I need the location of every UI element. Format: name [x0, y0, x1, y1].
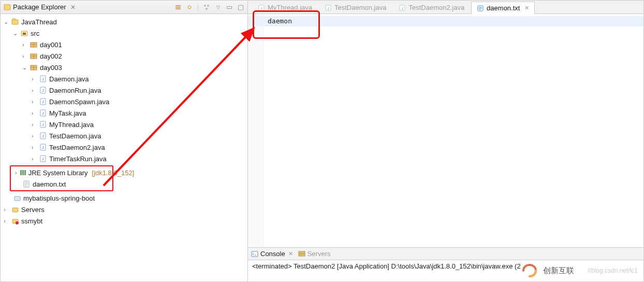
tree-project-mybatis[interactable]: mybatisplus-spring-boot [1, 192, 247, 204]
project-tree[interactable]: ⌄ JavaThread ⌄ src [1, 14, 247, 281]
tree-file-daemon-txt[interactable]: daemon.txt [11, 178, 112, 190]
tree-label: day002 [40, 52, 62, 60]
tree-file-daemonspawn[interactable]: ›JDaemonSpawn.java [1, 96, 247, 107]
text-file-icon [477, 5, 484, 12]
tree-file-daemon[interactable]: ›JDaemon.java [1, 73, 247, 84]
close-icon[interactable]: ✕ [288, 250, 293, 257]
editor-tabs: J MyThread.java J TestDaemon.java J Test… [248, 1, 643, 14]
filter-icon[interactable] [203, 4, 210, 11]
svg-rect-0 [4, 5, 10, 10]
svg-text:J: J [42, 123, 44, 126]
chevron-right-icon[interactable]: › [4, 218, 9, 224]
tree-label: DaemonSpawn.java [49, 98, 109, 106]
editor-area[interactable]: 1 daemon [248, 14, 643, 247]
tree-label: TestDaemon2.java [49, 144, 105, 151]
tab-label: Servers [308, 250, 331, 258]
svg-text:J: J [327, 7, 329, 10]
svg-text:J: J [42, 77, 44, 81]
tree-label: MyThread.java [49, 121, 94, 129]
tree-label: ssmybt [21, 217, 42, 225]
chevron-right-icon[interactable]: › [15, 170, 17, 176]
close-icon[interactable]: ✕ [70, 4, 76, 11]
tree-project[interactable]: ⌄ JavaThread [1, 16, 247, 27]
minimize-icon[interactable]: ▭ [226, 4, 233, 11]
chevron-right-icon[interactable]: › [22, 41, 27, 48]
java-file-icon: J [39, 132, 47, 140]
svg-point-1 [204, 5, 206, 7]
tree-src[interactable]: ⌄ src [1, 27, 247, 39]
svg-rect-43 [299, 254, 305, 256]
tab-testdaemon2[interactable]: J TestDaemon2.java [393, 1, 470, 13]
java-file-icon: J [39, 154, 47, 163]
tree-label: MyTask.java [49, 109, 86, 117]
java-file-icon: J [39, 109, 47, 117]
svg-point-2 [207, 5, 209, 7]
tree-file-testdaemon[interactable]: ›JTestDaemon.java [1, 130, 247, 142]
chevron-right-icon[interactable]: › [32, 98, 37, 105]
tab-servers[interactable]: Servers [298, 250, 331, 258]
java-file-icon: J [325, 4, 332, 11]
svg-point-3 [206, 8, 208, 10]
tree-file-testdaemon2[interactable]: ›JTestDaemon2.java [1, 142, 247, 153]
editor-line: daemon [268, 17, 639, 27]
chevron-down-icon[interactable]: ⌄ [13, 30, 18, 37]
tree-label: src [31, 30, 39, 37]
chevron-right-icon[interactable]: › [22, 53, 27, 59]
tree-servers[interactable]: › Servers [1, 204, 247, 215]
close-icon[interactable]: ✕ [524, 5, 529, 11]
chevron-right-icon[interactable]: › [32, 76, 37, 82]
svg-rect-4 [12, 20, 18, 24]
tree-label: TimerTaskRun.java [49, 155, 107, 163]
chevron-right-icon[interactable]: › [32, 156, 37, 162]
chevron-right-icon[interactable]: › [32, 110, 37, 116]
editor-panel: J MyThread.java J TestDaemon.java J Test… [248, 1, 643, 281]
svg-rect-27 [22, 170, 24, 175]
java-file-icon: J [258, 4, 265, 11]
chevron-right-icon[interactable]: › [32, 121, 37, 128]
tab-console[interactable]: Console ✕ [251, 250, 293, 258]
tree-label: JavaThread [21, 18, 57, 26]
closed-project-icon [13, 194, 21, 202]
tree-file-daemonrun[interactable]: ›JDaemonRun.java [1, 84, 247, 96]
package-icon [30, 40, 38, 49]
svg-text:J: J [42, 111, 44, 115]
editor-content[interactable]: daemon [264, 14, 643, 247]
tab-mythread[interactable]: J MyThread.java [252, 1, 318, 13]
tree-ssmybt[interactable]: › ssmybt [1, 215, 247, 227]
tree-label: TestDaemon.java [49, 132, 101, 140]
maximize-icon[interactable]: ▢ [237, 4, 244, 11]
menu-triangle-icon[interactable]: ▽ [214, 4, 222, 11]
svg-rect-26 [20, 170, 22, 175]
svg-text:J: J [42, 146, 44, 149]
tab-label: daemon.txt [487, 4, 520, 12]
collapse-all-icon[interactable] [174, 4, 182, 11]
tree-file-mytask[interactable]: ›JMyTask.java [1, 107, 247, 119]
java-file-icon: J [39, 75, 47, 83]
chevron-down-icon[interactable]: ⌄ [4, 19, 9, 25]
console-panel: Console ✕ Servers <terminated> TestDaemo… [248, 247, 643, 281]
tab-daemon-txt[interactable]: daemon.txt ✕ [471, 2, 535, 14]
chevron-right-icon[interactable]: › [32, 133, 37, 139]
src-folder-icon [20, 29, 28, 37]
tree-file-mythread[interactable]: ›JMyThread.java [1, 119, 247, 130]
tree-label: day003 [40, 64, 62, 72]
tab-testdaemon[interactable]: J TestDaemon.java [319, 1, 392, 13]
tree-file-timertaskrun[interactable]: ›JTimerTaskRun.java [1, 153, 247, 164]
jre-version-label: [jdk1.8.0_152] [92, 169, 135, 177]
chevron-right-icon[interactable]: › [32, 87, 37, 93]
chevron-down-icon[interactable]: ⌄ [22, 64, 27, 71]
tree-label: mybatisplus-spring-boot [23, 194, 95, 202]
tree-label: DaemonRun.java [49, 87, 101, 94]
link-editor-icon[interactable] [186, 4, 193, 11]
tree-jre-library[interactable]: › JRE System Library [jdk1.8.0_152] [11, 167, 112, 178]
tree-label: JRE System Library [28, 169, 88, 177]
java-file-icon: J [39, 86, 47, 94]
chevron-right-icon[interactable]: › [32, 144, 37, 150]
chevron-right-icon[interactable]: › [4, 206, 9, 213]
tree-package-day003[interactable]: ⌄ day003 [1, 62, 247, 73]
text-file-icon [22, 180, 31, 188]
tree-package-day001[interactable]: › day001 [1, 39, 247, 50]
package-icon [30, 63, 38, 72]
tree-package-day002[interactable]: › day002 [1, 50, 247, 62]
svg-text:J: J [42, 134, 44, 138]
